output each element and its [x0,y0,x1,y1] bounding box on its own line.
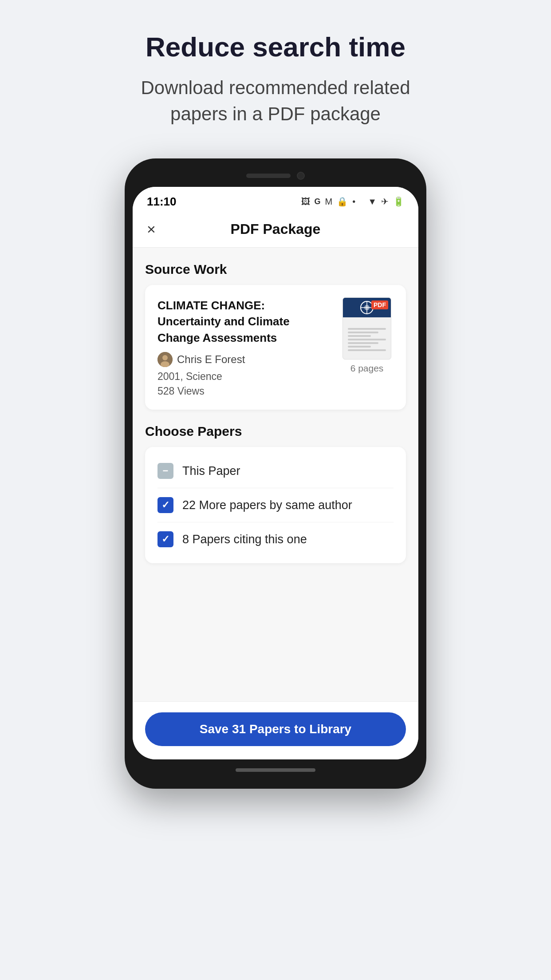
svg-point-1 [162,355,168,360]
thumb-line [348,342,378,344]
choose-section-label: Choose Papers [145,424,406,439]
checkbox-citing-icon: ✓ [161,534,169,544]
source-views: 528 Views [157,385,331,397]
thumb-line [348,346,371,348]
author-avatar [157,352,173,367]
checkbox-row-citing[interactable]: ✓ 8 Papers citing this one [157,522,394,556]
battery-icon: 🔋 [393,196,404,207]
airplane-icon: ✈ [381,196,389,207]
checkbox-same-author-icon: ✓ [161,500,169,510]
status-icon-google: G [315,197,321,206]
source-meta: 2001, Science [157,371,331,383]
choose-papers-card: − This Paper ✓ 22 More papers by same au… [145,447,406,563]
wifi-icon: ▼ [368,197,377,207]
hero-subheadline: Download recommended related papers in a… [116,75,435,127]
screen-bottom: Save 31 Papers to Library [133,701,418,759]
app-header-title: PDF Package [231,221,321,237]
phone-speaker [246,174,291,178]
status-icons: 🖼 G M 🔒 • ▼ ✈ 🔋 [301,196,405,207]
source-thumbnail: PDF 6 pages [340,297,394,374]
status-bar: 11:10 🖼 G M 🔒 • ▼ ✈ 🔋 [133,187,418,213]
thumb-line [348,335,371,337]
thumbnail-image: PDF [342,297,391,360]
hero-headline: Reduce search time [146,31,405,63]
checkbox-label-citing: 8 Papers citing this one [182,533,307,546]
phone-bottom-bar [133,759,418,781]
pdf-badge: PDF [371,300,388,309]
thumb-line [348,349,386,351]
screen-content: Source Work CLIMATE CHANGE: Uncertainty … [133,248,418,701]
source-title: CLIMATE CHANGE: Uncertainty and Climate … [157,297,331,346]
phone-top-bar [133,166,418,185]
thumbnail-pages: 6 pages [350,363,384,374]
page-wrapper: Reduce search time Download recommended … [0,0,551,980]
status-time: 11:10 [147,195,177,209]
source-author-row: Chris E Forest [157,352,331,367]
checkbox-label-same-author: 22 More papers by same author [182,498,352,512]
source-card-text: CLIMATE CHANGE: Uncertainty and Climate … [157,297,331,397]
app-header: × PDF Package [133,213,418,248]
status-icon-dot: • [352,197,355,207]
thumb-line [348,328,386,330]
status-icon-gmail: M [325,197,333,207]
checkbox-row-this-paper[interactable]: − This Paper [157,454,394,488]
phone-frame: 11:10 🖼 G M 🔒 • ▼ ✈ 🔋 × PDF Package [125,158,426,789]
source-section-label: Source Work [145,262,406,277]
checkbox-this-paper[interactable]: − [157,463,173,479]
checkbox-row-same-author[interactable]: ✓ 22 More papers by same author [157,488,394,522]
checkbox-label-this-paper: This Paper [182,464,240,478]
status-icon-photos: 🖼 [301,197,310,207]
checkbox-this-paper-icon: − [163,466,169,476]
thumb-line [348,339,386,340]
save-papers-button[interactable]: Save 31 Papers to Library [145,712,406,746]
source-card: CLIMATE CHANGE: Uncertainty and Climate … [145,285,406,410]
phone-screen: 11:10 🖼 G M 🔒 • ▼ ✈ 🔋 × PDF Package [133,187,418,759]
checkbox-citing[interactable]: ✓ [157,531,173,547]
author-name: Chris E Forest [177,353,245,366]
home-indicator [236,768,315,772]
close-button[interactable]: × [147,221,156,238]
phone-camera [297,172,305,180]
checkbox-same-author[interactable]: ✓ [157,497,173,513]
thumb-line [348,332,378,333]
status-icon-lock: 🔒 [337,196,348,207]
